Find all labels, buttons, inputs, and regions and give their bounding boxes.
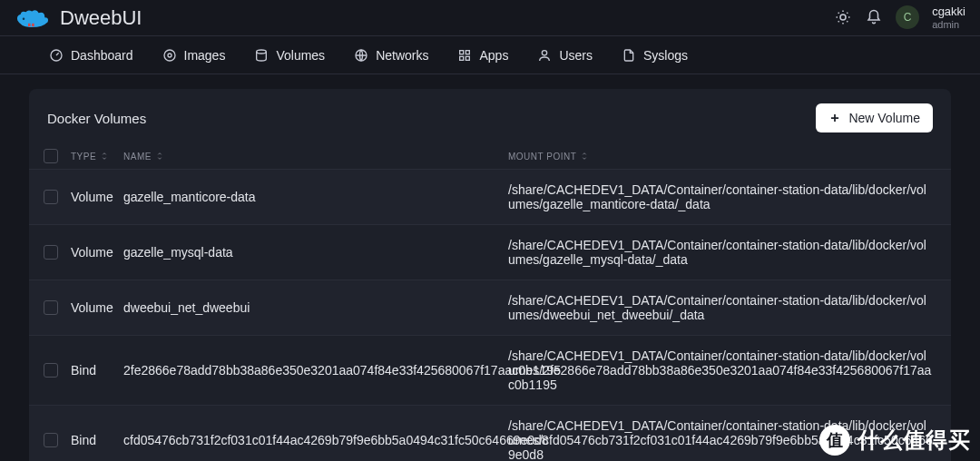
gauge-icon bbox=[49, 48, 64, 63]
user-block[interactable]: cgakki admin bbox=[932, 5, 965, 29]
row-checkbox[interactable] bbox=[44, 245, 58, 260]
svg-point-0 bbox=[23, 17, 25, 20]
nav-label: Apps bbox=[479, 48, 508, 63]
nav-label: Syslogs bbox=[643, 48, 688, 63]
image-icon bbox=[162, 48, 177, 63]
main-nav: Dashboard Images Volumes Networks Apps U… bbox=[0, 36, 980, 74]
cell-name: gazelle_mysql-data bbox=[123, 245, 233, 260]
nav-label: Images bbox=[184, 48, 226, 63]
database-icon bbox=[254, 48, 269, 63]
theme-toggle-icon[interactable] bbox=[834, 8, 852, 26]
whale-logo-icon bbox=[15, 6, 51, 30]
select-all-checkbox[interactable] bbox=[44, 149, 58, 163]
user-icon bbox=[537, 48, 552, 63]
svg-rect-1 bbox=[28, 23, 31, 25]
table-row[interactable]: Volume gazelle_mysql-data /share/CACHEDE… bbox=[29, 224, 951, 280]
table-row[interactable]: Bind cfd05476cb731f2cf031c01f44ac4269b79… bbox=[29, 405, 951, 461]
nav-label: Users bbox=[559, 48, 593, 63]
column-type[interactable]: TYPE bbox=[71, 152, 123, 162]
sort-icon bbox=[100, 152, 109, 161]
svg-rect-12 bbox=[466, 56, 470, 60]
user-role: admin bbox=[932, 19, 965, 30]
svg-point-7 bbox=[257, 50, 267, 54]
tab-networks[interactable]: Networks bbox=[341, 36, 441, 74]
cell-type: Bind bbox=[71, 363, 96, 378]
cell-mount: /share/CACHEDEV1_DATA/Container/containe… bbox=[508, 182, 933, 211]
cell-mount: /share/CACHEDEV1_DATA/Container/containe… bbox=[508, 293, 933, 322]
cell-name: gazelle_manticore-data bbox=[123, 190, 256, 204]
row-checkbox[interactable] bbox=[44, 433, 58, 447]
table-row[interactable]: Volume dweebui_net_dweebui /share/CACHED… bbox=[29, 280, 951, 335]
tab-syslogs[interactable]: Syslogs bbox=[609, 36, 701, 74]
nav-label: Volumes bbox=[276, 48, 325, 63]
sort-icon bbox=[155, 152, 164, 161]
globe-icon bbox=[354, 48, 368, 63]
table-header: TYPE NAME MOUNT POINT bbox=[29, 143, 951, 169]
svg-point-6 bbox=[168, 54, 172, 57]
cell-name: cfd05476cb731f2cf031c01f44ac4269b79f9e6b… bbox=[123, 433, 549, 447]
sort-icon bbox=[580, 152, 589, 161]
new-volume-label: New Volume bbox=[848, 111, 920, 125]
cell-name: dweebui_net_dweebui bbox=[123, 300, 250, 315]
tab-volumes[interactable]: Volumes bbox=[241, 36, 338, 74]
user-name: cgakki bbox=[932, 5, 965, 18]
cell-type: Volume bbox=[71, 190, 113, 204]
column-mount[interactable]: MOUNT POINT bbox=[508, 152, 933, 162]
grid-icon bbox=[457, 48, 472, 63]
notifications-icon[interactable] bbox=[865, 8, 883, 26]
volumes-card: Docker Volumes New Volume TYPE NAME MOUN… bbox=[29, 89, 951, 461]
svg-point-3 bbox=[840, 15, 846, 20]
svg-rect-11 bbox=[460, 56, 464, 60]
row-checkbox[interactable] bbox=[44, 363, 58, 378]
table-row[interactable]: Bind 2fe2866e78add78bb38a86e350e3201aa07… bbox=[29, 335, 951, 405]
topbar: DweebUI C cgakki admin bbox=[0, 0, 980, 36]
column-name[interactable]: NAME bbox=[123, 152, 508, 162]
new-volume-button[interactable]: New Volume bbox=[816, 103, 933, 132]
cell-mount: /share/CACHEDEV1_DATA/Container/containe… bbox=[508, 238, 933, 267]
nav-label: Networks bbox=[376, 48, 428, 63]
row-checkbox[interactable] bbox=[44, 300, 58, 315]
cell-type: Volume bbox=[71, 245, 113, 260]
plus-icon bbox=[828, 112, 841, 124]
brand-title: DweebUI bbox=[60, 6, 142, 30]
cell-type: Volume bbox=[71, 300, 113, 315]
avatar[interactable]: C bbox=[896, 5, 919, 29]
table-row[interactable]: Volume gazelle_manticore-data /share/CAC… bbox=[29, 169, 951, 224]
tab-images[interactable]: Images bbox=[150, 36, 239, 74]
svg-rect-9 bbox=[460, 50, 464, 54]
logo-area[interactable]: DweebUI bbox=[15, 6, 142, 30]
svg-point-5 bbox=[164, 50, 175, 61]
tab-apps[interactable]: Apps bbox=[445, 36, 521, 74]
file-icon bbox=[622, 48, 636, 63]
cell-type: Bind bbox=[71, 433, 96, 447]
svg-rect-2 bbox=[32, 23, 34, 25]
cell-name: 2fe2866e78add78bb38a86e350e3201aa074f84e… bbox=[123, 363, 561, 378]
tab-dashboard[interactable]: Dashboard bbox=[36, 36, 146, 74]
tab-users[interactable]: Users bbox=[524, 36, 605, 74]
cell-mount: /share/CACHEDEV1_DATA/Container/containe… bbox=[508, 348, 933, 392]
svg-point-13 bbox=[543, 50, 547, 54]
nav-label: Dashboard bbox=[71, 48, 133, 63]
row-checkbox[interactable] bbox=[44, 190, 58, 204]
cell-mount: /share/CACHEDEV1_DATA/Container/containe… bbox=[508, 418, 933, 461]
page-title: Docker Volumes bbox=[47, 111, 146, 126]
svg-rect-10 bbox=[466, 50, 470, 54]
